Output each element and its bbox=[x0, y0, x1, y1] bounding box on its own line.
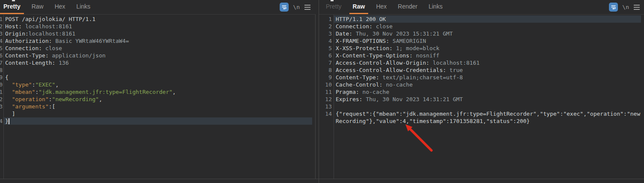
code-line[interactable]: 7Access-Control-Allow-Origin: localhost:… bbox=[319, 59, 644, 66]
code-line[interactable]: 11 "mbean":"jdk.management.jfr:type=Flig… bbox=[0, 88, 316, 96]
http-message-editor: PrettyRawHexLinks \n 1POST /api/jolokia/… bbox=[0, 0, 644, 183]
line-number: 10 bbox=[0, 81, 3, 88]
line-content: X-FRAME-OPTIONS: SAMEORIGIN bbox=[334, 37, 641, 45]
code-line[interactable]: 11Pragma: no-cache bbox=[319, 88, 644, 96]
line-content: X-XSS-Protection: 1; mode=block bbox=[334, 45, 641, 52]
line-number: 14 bbox=[319, 110, 334, 117]
hamburger-icon bbox=[634, 5, 640, 6]
line-content: "mbean":"jdk.management.jfr:type=FlightR… bbox=[3, 88, 312, 96]
code-line[interactable]: 4Authorization: Basic YWRtaW46YWRtaW4= bbox=[0, 37, 316, 45]
code-line[interactable]: ] bbox=[0, 110, 316, 117]
line-number: 7 bbox=[319, 59, 334, 66]
tab-raw[interactable]: Raw bbox=[28, 0, 47, 14]
line-number: 12 bbox=[0, 96, 3, 103]
soft-wrap-toggle-button[interactable] bbox=[280, 3, 289, 12]
code-line[interactable]: 14} bbox=[0, 117, 316, 125]
panel-splitter[interactable] bbox=[319, 0, 319, 183]
response-panel: PrettyRawHexRenderLinks \n 1HTTP/1.1 200… bbox=[319, 0, 644, 183]
code-line[interactable]: 9{ bbox=[0, 74, 316, 81]
line-number: 4 bbox=[0, 37, 3, 45]
line-number: 10 bbox=[319, 81, 334, 88]
line-number: 8 bbox=[0, 66, 3, 74]
code-line[interactable]: 5X-XSS-Protection: 1; mode=block bbox=[319, 45, 644, 52]
line-number: 3 bbox=[319, 30, 334, 37]
code-line[interactable]: 12 "operation":"newRecording", bbox=[0, 96, 316, 103]
line-content: HTTP/1.1 200 OK bbox=[334, 15, 641, 23]
line-number: 5 bbox=[0, 45, 3, 52]
line-number: 13 bbox=[0, 103, 3, 110]
code-line[interactable]: 1HTTP/1.1 200 OK bbox=[319, 15, 644, 23]
code-line[interactable]: 8 bbox=[0, 66, 316, 74]
line-content: "operation":"newRecording", bbox=[3, 96, 312, 103]
request-toolbar: \n bbox=[280, 3, 311, 12]
request-editor[interactable]: 1POST /api/jolokia/ HTTP/1.12Host: local… bbox=[0, 15, 316, 179]
line-number: 7 bbox=[0, 59, 3, 66]
tab-pretty[interactable]: Pretty bbox=[0, 0, 24, 14]
newline-visualization-toggle[interactable]: \n bbox=[293, 4, 300, 10]
response-editor[interactable]: 1HTTP/1.1 200 OK2Connection: close3Date:… bbox=[319, 15, 644, 179]
line-number: 5 bbox=[319, 45, 334, 52]
code-line[interactable]: 1POST /api/jolokia/ HTTP/1.1 bbox=[0, 15, 316, 23]
hamburger-icon bbox=[304, 5, 310, 6]
editor-bottom-border bbox=[0, 179, 644, 179]
line-content: Access-Control-Allow-Credentials: true bbox=[334, 66, 641, 74]
tab-render[interactable]: Render bbox=[394, 0, 421, 14]
code-line[interactable]: 7Content-Length: 136 bbox=[0, 59, 316, 66]
code-line[interactable]: 2Connection: close bbox=[319, 23, 644, 30]
code-line[interactable]: 6Content-Type: application/json bbox=[0, 52, 316, 59]
soft-wrap-icon bbox=[610, 4, 617, 10]
line-content: { bbox=[3, 74, 312, 81]
code-line[interactable]: 4X-FRAME-OPTIONS: SAMEORIGIN bbox=[319, 37, 644, 45]
line-content: Content-Length: 136 bbox=[3, 59, 312, 66]
code-line[interactable]: 2Host: localhost:8161 bbox=[0, 23, 316, 30]
line-number: 6 bbox=[0, 52, 3, 59]
line-number: 11 bbox=[0, 88, 3, 96]
code-line[interactable]: 3Date: Thu, 30 Nov 2023 15:31:21 GMT bbox=[319, 30, 644, 37]
tab-hex[interactable]: Hex bbox=[51, 0, 69, 14]
line-content: Connection: close bbox=[334, 23, 641, 30]
line-content: Host: localhost:8161 bbox=[3, 23, 312, 30]
code-line[interactable]: 12Expires: Thu, 30 Nov 2023 14:31:21 GMT bbox=[319, 96, 644, 103]
tab-hex[interactable]: Hex bbox=[372, 0, 390, 14]
code-line[interactable]: 13 bbox=[319, 103, 644, 110]
newline-visualization-toggle[interactable]: \n bbox=[622, 4, 629, 10]
line-number: 4 bbox=[319, 37, 334, 45]
code-line[interactable]: 13 "arguments":[ bbox=[0, 103, 316, 110]
request-panel: PrettyRawHexLinks \n 1POST /api/jolokia/… bbox=[0, 0, 316, 183]
line-number: 1 bbox=[319, 15, 334, 23]
code-line[interactable]: 10Cache-Control: no-cache bbox=[319, 81, 644, 88]
line-number: 3 bbox=[0, 30, 3, 37]
line-content: Origin:localhost:8161 bbox=[3, 30, 312, 37]
editor-menu-button[interactable] bbox=[304, 4, 311, 11]
line-number: 8 bbox=[319, 66, 334, 74]
soft-wrap-icon bbox=[281, 4, 287, 10]
code-line[interactable]: 10 "type":"EXEC", bbox=[0, 81, 316, 88]
gutter-separator bbox=[3, 15, 4, 179]
line-content: Pragma: no-cache bbox=[334, 88, 641, 96]
tab-links[interactable]: Links bbox=[73, 0, 94, 14]
line-content: Access-Control-Allow-Origin: localhost:8… bbox=[334, 59, 641, 66]
code-line[interactable]: 14{"request":{"mbean":"jdk.management.jf… bbox=[319, 110, 644, 125]
text-cursor bbox=[9, 118, 9, 124]
line-content: Content-Type: text/plain;charset=utf-8 bbox=[334, 74, 641, 81]
tab-links[interactable]: Links bbox=[425, 0, 446, 14]
code-line[interactable]: 9Content-Type: text/plain;charset=utf-8 bbox=[319, 74, 644, 81]
code-line[interactable]: 5Connection: close bbox=[0, 45, 316, 52]
tab-raw[interactable]: Raw bbox=[349, 0, 369, 14]
code-line[interactable]: 6X-Content-Type-Options: nosniff bbox=[319, 52, 644, 59]
line-number: 2 bbox=[319, 23, 334, 30]
editor-menu-button[interactable] bbox=[633, 4, 640, 11]
code-line[interactable]: 8Access-Control-Allow-Credentials: true bbox=[319, 66, 644, 74]
soft-wrap-toggle-button[interactable] bbox=[609, 3, 618, 12]
line-content: Cache-Control: no-cache bbox=[334, 81, 641, 88]
tab-pretty: Pretty bbox=[322, 0, 345, 14]
line-content: "type":"EXEC", bbox=[3, 81, 312, 88]
response-tabbar: PrettyRawHexRenderLinks bbox=[319, 0, 644, 15]
gutter-separator bbox=[334, 15, 334, 179]
line-content: } bbox=[3, 117, 312, 125]
line-content: Authorization: Basic YWRtaW46YWRtaW4= bbox=[3, 37, 312, 45]
code-line[interactable]: 3Origin:localhost:8161 bbox=[0, 30, 316, 37]
line-content: Expires: Thu, 30 Nov 2023 14:31:21 GMT bbox=[334, 96, 641, 103]
line-content: Content-Type: application/json bbox=[3, 52, 312, 59]
line-content: Connection: close bbox=[3, 45, 312, 52]
